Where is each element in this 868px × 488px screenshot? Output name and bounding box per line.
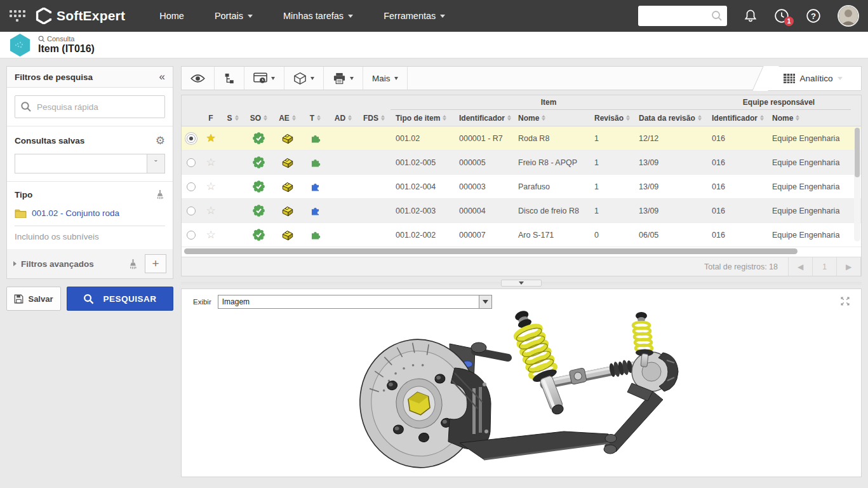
- panel-splitter[interactable]: [181, 279, 862, 287]
- column-header-data-da-revis-o[interactable]: Data da revisão: [634, 110, 707, 126]
- puzzle-green-icon: [310, 133, 321, 144]
- next-page-button[interactable]: ▶: [837, 257, 861, 276]
- user-avatar[interactable]: [838, 5, 859, 27]
- favorite-star-icon[interactable]: ☆: [206, 181, 215, 192]
- favorite-star-icon[interactable]: ☆: [206, 205, 215, 216]
- row-radio[interactable]: [187, 158, 196, 167]
- sort-icon: [760, 115, 764, 121]
- more-actions-button[interactable]: Mais: [363, 67, 407, 90]
- column-header-identificador[interactable]: Identificador: [454, 110, 513, 126]
- help-icon[interactable]: ?: [806, 8, 821, 24]
- column-header-t[interactable]: T: [302, 110, 329, 126]
- cad-part-icon: [281, 132, 294, 145]
- quick-search: [15, 95, 165, 118]
- gear-icon[interactable]: ⚙: [156, 134, 165, 147]
- advanced-filters-toggle[interactable]: Filtros avançados: [13, 259, 121, 269]
- pending-tasks-icon[interactable]: 1: [774, 8, 789, 24]
- view-mode-selector[interactable]: Analítico: [765, 66, 861, 91]
- favorite-star-icon[interactable]: ☆: [206, 229, 215, 240]
- sort-icon: [796, 115, 799, 121]
- scrollbar-thumb[interactable]: [184, 248, 798, 254]
- group-header-item: Item: [391, 95, 707, 110]
- row-radio[interactable]: [187, 207, 196, 215]
- splitter-handle[interactable]: [501, 280, 542, 287]
- folder-icon: [15, 208, 27, 218]
- column-header-nome[interactable]: Nome: [513, 110, 589, 126]
- cad-part-icon: [281, 229, 294, 241]
- softexpert-logo[interactable]: SoftExpert: [36, 8, 125, 24]
- results-grid: ItemEquipe responsável FSSOAETADFDSTipo …: [181, 95, 862, 276]
- row-radio[interactable]: [187, 182, 196, 191]
- item-3d-preview-image: [354, 307, 684, 473]
- favorite-star-icon[interactable]: ★: [206, 133, 215, 144]
- menu-minhas-tarefas[interactable]: Minhas tarefas: [268, 0, 368, 32]
- search-icon: [711, 10, 723, 22]
- column-header-fds[interactable]: FDS: [357, 110, 391, 126]
- puzzle-green-icon: [310, 229, 321, 240]
- column-header-so[interactable]: SO: [244, 110, 273, 126]
- pesquisar-button[interactable]: PESQUISAR: [67, 287, 173, 311]
- clear-filter-broom-icon[interactable]: [128, 259, 138, 269]
- floppy-disk-icon: [14, 294, 23, 304]
- column-header-f[interactable]: F: [201, 110, 221, 126]
- type-filter-value[interactable]: 001.02 - Conjunto roda: [15, 206, 165, 226]
- sort-icon: [292, 115, 296, 121]
- exibir-label: Exibir: [193, 298, 211, 306]
- menu-portais[interactable]: Portais: [199, 0, 268, 32]
- column-header-tipo-de-item[interactable]: Tipo de item: [391, 110, 454, 126]
- pagination: ◀ 1 ▶: [788, 257, 861, 276]
- status-ok-icon: [253, 205, 265, 217]
- app-launcher-grid-icon[interactable]: [9, 8, 25, 24]
- structure-tree-button[interactable]: [215, 67, 244, 90]
- revision-window-button[interactable]: [244, 67, 284, 90]
- horizontal-scrollbar[interactable]: [184, 248, 858, 255]
- column-header-identificador[interactable]: Identificador: [707, 110, 767, 126]
- status-ok-icon: [253, 156, 265, 168]
- chevron-down-icon: [394, 77, 398, 80]
- notifications-bell-icon[interactable]: [744, 9, 758, 23]
- column-header-s[interactable]: S: [221, 110, 244, 126]
- topbar: SoftExpert Home Portais Minhas tarefas F…: [0, 0, 868, 32]
- sort-icon: [626, 115, 630, 121]
- page-title: Item (IT016): [38, 43, 95, 55]
- table-row[interactable]: ☆001.02-005000005Freio R8 - APQP113/0901…: [182, 151, 861, 175]
- scrollbar-thumb[interactable]: [855, 128, 860, 177]
- prev-page-button[interactable]: ◀: [789, 257, 813, 276]
- eye-icon: [190, 74, 205, 83]
- favorite-star-icon[interactable]: ☆: [206, 157, 215, 168]
- puzzle-blue-icon: [310, 181, 321, 192]
- column-header-ae[interactable]: AE: [273, 110, 302, 126]
- window-history-icon: [253, 72, 267, 84]
- menu-home[interactable]: Home: [144, 0, 199, 32]
- table-row[interactable]: ☆001.02-002000007Aro S-171006/05016Equip…: [182, 223, 861, 247]
- svg-text:?: ?: [811, 11, 816, 21]
- clear-filter-broom-icon[interactable]: [155, 189, 165, 200]
- chevron-down-icon: [348, 15, 353, 18]
- chevron-down-icon: [519, 281, 524, 285]
- puzzle-green-icon: [310, 157, 321, 168]
- column-header-nome[interactable]: Nome: [767, 110, 851, 126]
- vertical-scrollbar[interactable]: [854, 127, 860, 241]
- add-filter-button[interactable]: +: [145, 254, 166, 273]
- print-button[interactable]: [324, 67, 363, 90]
- column-header-ad[interactable]: AD: [329, 110, 357, 126]
- table-row[interactable]: ☆001.02-003000004Disco de freio R8113/09…: [182, 199, 861, 223]
- chevron-down-icon: [248, 15, 253, 18]
- breadcrumb: Consulta Item (IT016): [0, 32, 868, 58]
- quick-search-input[interactable]: [15, 95, 165, 118]
- breadcrumb-category: Consulta: [38, 35, 95, 43]
- row-radio[interactable]: [187, 134, 196, 143]
- results-toolbar: Mais Analítico: [181, 66, 862, 90]
- table-row[interactable]: ★001.02000001 - R7Roda R8112/12016Equipe…: [182, 126, 861, 151]
- expand-fullscreen-icon[interactable]: [839, 295, 851, 307]
- current-page: 1: [813, 257, 837, 276]
- collapse-sidebar-icon[interactable]: «: [159, 71, 165, 83]
- saved-queries-select[interactable]: ˇ: [15, 154, 165, 173]
- 3d-model-button[interactable]: [284, 67, 323, 90]
- view-record-button[interactable]: [182, 67, 214, 90]
- menu-ferramentas[interactable]: Ferramentas: [368, 0, 460, 32]
- row-radio[interactable]: [187, 231, 196, 240]
- save-button[interactable]: Salvar: [6, 287, 61, 311]
- column-header-revis-o[interactable]: Revisão: [589, 110, 634, 126]
- table-row[interactable]: ☆001.02-004000003Parafuso113/09016Equipe…: [182, 175, 861, 199]
